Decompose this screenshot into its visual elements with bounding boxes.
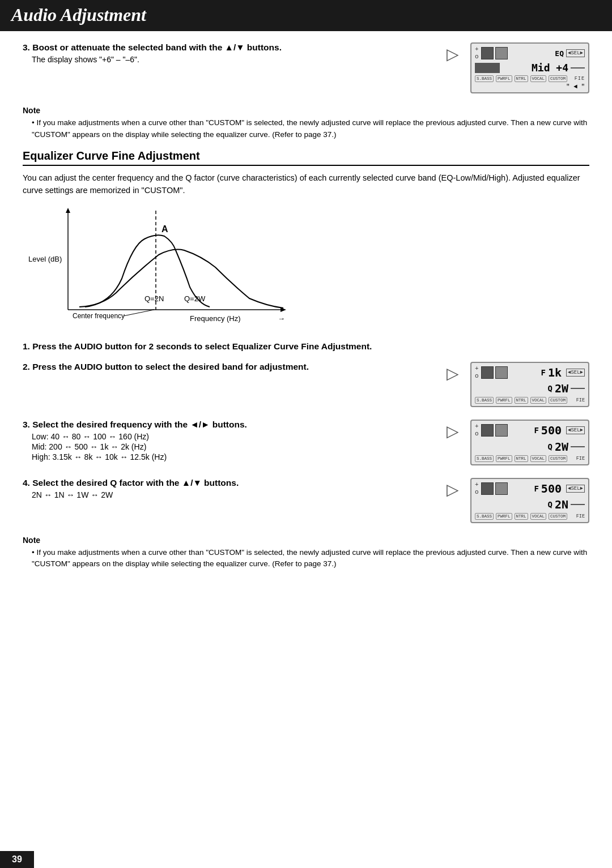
display3-tags: S.BASS PWRFL NTRL VOCAL CUSTOM [475, 455, 567, 462]
tag-custom-3: CUSTOM [549, 455, 567, 462]
q-value-4: 2N [555, 498, 568, 511]
display-unit-4: + o F 500 ◄SEL► Q 2N [470, 478, 589, 523]
box8 [495, 482, 508, 495]
f-label-3: F [534, 426, 538, 435]
f-label-4: F [534, 484, 538, 493]
line3 [571, 446, 585, 447]
tag-custom-2: CUSTOM [549, 397, 567, 404]
q-label-4: Q [547, 500, 552, 509]
tag-sbass-3: S.BASS [475, 455, 494, 462]
eq-curve-section: Equalizer Curve Fine Adjustment You can … [23, 149, 589, 331]
tag-custom: CUSTOM [549, 75, 567, 82]
q-value-2: 2W [555, 382, 568, 395]
svg-marker-1 [66, 208, 70, 213]
step4-qfactor-heading: 4. Select the desired Q factor with the … [23, 478, 435, 488]
plus-minus-3: + o [475, 423, 479, 438]
arrow2: ▷ [447, 362, 459, 383]
q-value-3: 2W [555, 440, 568, 454]
eq-top-label: EQ [555, 49, 564, 58]
step2-band-text: 2. Press the AUDIO button to select the … [23, 362, 435, 374]
arrow4: ▷ [447, 478, 459, 499]
box6 [495, 424, 508, 437]
tag-vocal: VOCAL [530, 75, 547, 82]
sel-button-4[interactable]: ◄SEL► [566, 485, 585, 493]
tag-pwrfl: PWRFL [496, 75, 512, 82]
svg-text:→: → [278, 314, 285, 323]
svg-text:Center frequency: Center frequency [73, 312, 125, 320]
eq-graph: Level (dB) Frequency (Hz) → A Q=2N Q=2W … [23, 205, 589, 331]
note-title-1: Note [23, 106, 589, 115]
tag-sbass-2: S.BASS [475, 397, 494, 404]
display1-value: Mid +4 [502, 62, 568, 74]
step4-qfactor-block: 4. Select the desired Q factor with the … [23, 478, 589, 523]
display-boxes-3 [481, 424, 508, 437]
note-title-2: Note [23, 536, 589, 545]
display-boxes-2 [481, 366, 508, 379]
svg-line-12 [124, 310, 154, 316]
display1-tags: S.BASS PWRFL NTRL VOCAL CUSTOM [475, 75, 567, 82]
svg-text:Frequency (Hz): Frequency (Hz) [190, 314, 241, 323]
f-value-2: 1k [548, 366, 562, 379]
fie-label-3: FIE [576, 456, 585, 461]
plus-minus-2: + o [475, 365, 479, 380]
arrow3: ▷ [447, 420, 459, 441]
display3-bottom: S.BASS PWRFL NTRL VOCAL CUSTOM FIE [475, 455, 585, 462]
display-unit-3: + o F 500 ◄SEL► Q 2W [470, 420, 589, 465]
sel-button-2[interactable]: ◄SEL► [566, 369, 585, 377]
note-text-1: If you make adjustments when a curve oth… [32, 117, 589, 140]
box3 [481, 366, 494, 379]
display2-bottom: S.BASS PWRFL NTRL VOCAL CUSTOM FIE [475, 397, 585, 404]
tag-pwrfl-3: PWRFL [496, 455, 512, 462]
step3-boost-sub: The display shows "+6" – "–6". [32, 55, 435, 64]
step3-boost-text: 3. Boost or attenuate the selected band … [23, 42, 435, 64]
plus-minus-1: + o [475, 46, 479, 61]
step3-boost-block: 3. Boost or attenuate the selected band … [23, 42, 589, 93]
page-number: 39 [0, 851, 34, 868]
tag-ntrl-4: NTRL [515, 513, 528, 520]
line4 [571, 504, 585, 505]
eq-curve-body: You can adjust the center frequency and … [23, 172, 589, 197]
tag-sbass: S.BASS [475, 75, 494, 82]
tag-pwrfl-4: PWRFL [496, 513, 512, 520]
step1-long-heading: 1. Press the AUDIO button for 2 seconds … [23, 341, 589, 352]
step3-freq-heading: 3. Select the desired frequency with the… [23, 420, 435, 430]
mid-block [475, 63, 500, 73]
fie-label-2: FIE [576, 397, 585, 403]
eq-curve-svg: Level (dB) Frequency (Hz) → A Q=2N Q=2W … [23, 205, 295, 330]
svg-text:Q=2W: Q=2W [184, 294, 206, 303]
f-value-3: 500 [541, 424, 562, 437]
box1 [481, 47, 494, 59]
tag-pwrfl-2: PWRFL [496, 397, 512, 404]
step2-band-heading: 2. Press the AUDIO button to select the … [23, 362, 435, 372]
arrow1: ▷ [447, 42, 459, 63]
tag-vocal-3: VOCAL [530, 455, 547, 462]
tag-custom-4: CUSTOM [549, 513, 567, 520]
box7 [481, 482, 494, 495]
note-block-1: Note If you make adjustments when a curv… [23, 106, 589, 140]
sel-button-1[interactable]: ◄SEL► [566, 49, 585, 57]
line2 [571, 388, 585, 389]
step3-freq-high: High: 3.15k ↔ 8k ↔ 10k ↔ 12.5k (Hz) [32, 452, 435, 461]
step3-freq-mid: Mid: 200 ↔ 500 ↔ 1k ↔ 2k (Hz) [32, 442, 435, 451]
step1-long-block: 1. Press the AUDIO button for 2 seconds … [23, 341, 589, 352]
eq-curve-heading: Equalizer Curve Fine Adjustment [23, 149, 589, 166]
display1-bottom: S.BASS PWRFL NTRL VOCAL CUSTOM FIE [475, 75, 585, 82]
display-boxes-1 [481, 47, 508, 59]
note-text-2: If you make adjustments when a curve oth… [32, 547, 589, 570]
f-label-2: F [541, 368, 545, 377]
sel-button-3[interactable]: ◄SEL► [566, 426, 585, 434]
svg-text:A: A [162, 224, 168, 234]
tag-ntrl-2: NTRL [515, 397, 528, 404]
box4 [495, 366, 508, 379]
q-label-3: Q [547, 442, 552, 451]
box5 [481, 424, 494, 437]
fie-label-1: FIE [575, 76, 585, 82]
page-title: Audio Adjustment [11, 5, 601, 25]
display-unit-1: + o EQ ◄SEL► Mid +4 [470, 42, 589, 93]
line1 [571, 67, 585, 69]
step2-band-block: 2. Press the AUDIO button to select the … [23, 362, 589, 407]
display-boxes-4 [481, 482, 508, 495]
display2-tags: S.BASS PWRFL NTRL VOCAL CUSTOM [475, 397, 567, 404]
display4-bottom: S.BASS PWRFL NTRL VOCAL CUSTOM FIE [475, 513, 585, 520]
svg-text:Q=2N: Q=2N [144, 294, 164, 303]
